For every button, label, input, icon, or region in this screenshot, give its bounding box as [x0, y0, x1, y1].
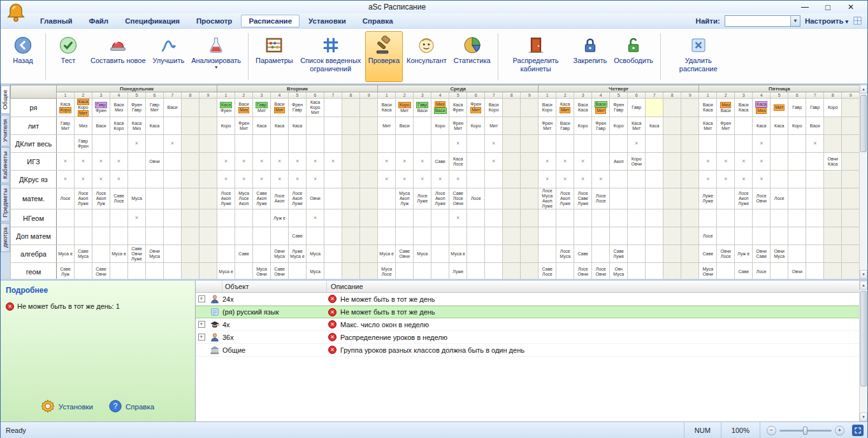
- column-header-object[interactable]: Объект: [222, 281, 327, 292]
- timetable-cell[interactable]: Саве: [735, 263, 753, 279]
- toolbar-button-Распределить кабинеты[interactable]: Распределить кабинеты: [502, 31, 570, 82]
- timetable-cell[interactable]: СавеЛуж: [57, 263, 75, 279]
- timetable-cell[interactable]: [110, 209, 128, 227]
- timetable-cell[interactable]: ЛосеОвчи: [574, 263, 592, 279]
- timetable-cell[interactable]: [556, 135, 574, 153]
- timetable-cell[interactable]: [431, 227, 449, 245]
- timetable-cell[interactable]: [663, 135, 681, 153]
- timetable-cell[interactable]: КасаФрен: [449, 99, 467, 117]
- timetable-cell[interactable]: [360, 117, 378, 135]
- timetable-cell[interactable]: ЛосеАкопЛуже: [431, 188, 449, 209]
- timetable-cell[interactable]: [360, 209, 378, 227]
- timetable-cell[interactable]: ×: [556, 153, 574, 171]
- timetable-cell[interactable]: ЛосеАкопЛуж: [92, 188, 110, 209]
- timetable-cell[interactable]: [235, 227, 253, 245]
- timetable-cell[interactable]: [414, 227, 431, 245]
- timetable-cell[interactable]: ВасиМит: [271, 99, 289, 117]
- scroll-down-icon[interactable]: [860, 413, 867, 421]
- app-bell-icon[interactable]: [4, 1, 27, 25]
- timetable-cell[interactable]: СавеОвчи: [396, 245, 414, 263]
- maximize-button[interactable]: [816, 3, 839, 12]
- timetable-cell[interactable]: [164, 209, 182, 227]
- timetable-cell[interactable]: Мусае: [217, 263, 235, 279]
- timetable-cell[interactable]: [735, 135, 753, 153]
- timetable-cell[interactable]: [146, 227, 164, 245]
- timetable-cell[interactable]: [503, 209, 521, 227]
- timetable-cell[interactable]: [503, 263, 521, 279]
- timetable-cell[interactable]: Каса: [646, 117, 663, 135]
- timetable-cell[interactable]: МизВаси: [717, 99, 735, 117]
- timetable-cell[interactable]: [663, 117, 681, 135]
- timetable-cell[interactable]: [324, 245, 342, 263]
- timetable-cell[interactable]: ВасиМиз: [235, 99, 253, 117]
- timetable-cell[interactable]: ×: [110, 153, 128, 171]
- timetable-cell[interactable]: [289, 209, 307, 227]
- timetable-cell[interactable]: [735, 227, 753, 245]
- subject-row-label[interactable]: ДКлит весь: [11, 135, 57, 153]
- timetable-cell[interactable]: [110, 227, 128, 245]
- timetable-cell[interactable]: Коро: [610, 117, 628, 135]
- configure-button[interactable]: Настроить: [805, 17, 848, 25]
- timetable-cell[interactable]: СавеОвчи: [92, 263, 110, 279]
- timetable-cell[interactable]: ×: [539, 171, 556, 188]
- timetable-cell[interactable]: [503, 188, 521, 209]
- timetable-cell[interactable]: ×: [539, 153, 556, 171]
- timetable-cell[interactable]: [182, 117, 199, 135]
- timetable-cell[interactable]: ФренМит: [717, 117, 735, 135]
- timetable-cell[interactable]: [378, 209, 396, 227]
- timetable-cell[interactable]: Каса: [753, 117, 770, 135]
- timetable-cell[interactable]: [182, 227, 199, 245]
- timetable-cell[interactable]: [628, 227, 646, 245]
- timetable-cell[interactable]: ГаврВаси: [414, 99, 431, 117]
- timetable-cell[interactable]: ОвчиМуса: [271, 245, 289, 263]
- timetable-cell[interactable]: [324, 135, 342, 153]
- timetable-cell[interactable]: ×: [753, 135, 770, 153]
- timetable-cell[interactable]: ×: [253, 153, 271, 171]
- expand-icon[interactable]: [196, 295, 207, 302]
- timetable-cell[interactable]: [610, 209, 628, 227]
- timetable-cell[interactable]: ×: [717, 171, 735, 188]
- timetable-cell[interactable]: ×: [485, 153, 503, 171]
- timetable-cell[interactable]: ×: [449, 135, 467, 153]
- timetable-cell[interactable]: [307, 117, 324, 135]
- timetable-cell[interactable]: [521, 227, 539, 245]
- zoom-in-button[interactable]: [835, 426, 844, 435]
- view-tab-Учителя[interactable]: Учителя: [1, 115, 10, 146]
- timetable-cell[interactable]: [342, 135, 360, 153]
- timetable-cell[interactable]: [485, 227, 503, 245]
- expand-icon[interactable]: [196, 334, 207, 341]
- timetable-cell[interactable]: [360, 153, 378, 171]
- timetable-cell[interactable]: ВасиГавр: [556, 117, 574, 135]
- toolbar-button-Составить новое[interactable]: Составить новое: [87, 31, 149, 82]
- timetable-cell[interactable]: [646, 135, 663, 153]
- timetable-cell[interactable]: ×: [324, 153, 342, 171]
- timetable-cell[interactable]: [396, 263, 414, 279]
- timetable-cell[interactable]: [717, 263, 735, 279]
- issue-row[interactable]: ОбщиеГруппа уроков разных классов должна…: [196, 344, 859, 357]
- timetable-cell[interactable]: ОвчиМуса: [770, 245, 788, 263]
- timetable-cell[interactable]: Мит: [485, 117, 503, 135]
- timetable-cell[interactable]: [681, 263, 699, 279]
- timetable-cell[interactable]: [770, 171, 788, 188]
- view-tab-дмотра[interactable]: дмотра: [1, 223, 10, 252]
- timetable-cell[interactable]: ×: [574, 171, 592, 188]
- timetable-cell[interactable]: [324, 209, 342, 227]
- timetable-cell[interactable]: Муса: [414, 245, 431, 263]
- timetable-cell[interactable]: [556, 209, 574, 227]
- timetable-cell[interactable]: Васи: [92, 117, 110, 135]
- timetable-cell[interactable]: Лосе: [753, 263, 770, 279]
- timetable-cell[interactable]: ЛосеАкопЛуже: [556, 188, 574, 209]
- timetable-cell[interactable]: [110, 135, 128, 153]
- timetable-cell[interactable]: [235, 263, 253, 279]
- timetable-cell[interactable]: ×: [753, 153, 770, 171]
- timetable-cell[interactable]: ЛосеМуса: [556, 245, 574, 263]
- timetable-cell[interactable]: [717, 227, 735, 245]
- toolbar-button-Список введенных ограничений[interactable]: Список введенных ограничений: [297, 31, 365, 82]
- timetable-cell[interactable]: [842, 227, 859, 245]
- timetable-cell[interactable]: [628, 188, 646, 209]
- toolbar-button-Тест[interactable]: Тест: [50, 31, 87, 82]
- timetable-cell[interactable]: ×: [128, 209, 146, 227]
- toolbar-button-Параметры[interactable]: Параметры: [252, 31, 296, 82]
- timetable-cell[interactable]: КасаКороМит: [75, 99, 92, 117]
- timetable-cell[interactable]: [342, 245, 360, 263]
